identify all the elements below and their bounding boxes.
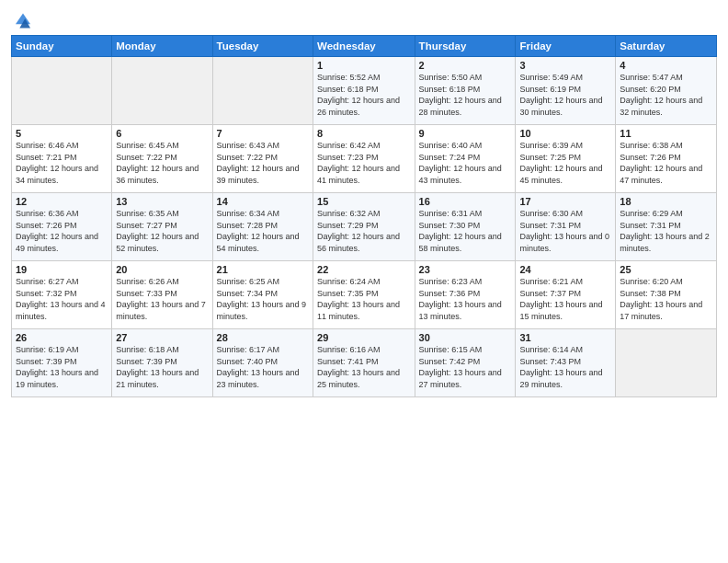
calendar-header-saturday: Saturday — [616, 36, 717, 57]
day-number: 29 — [317, 332, 411, 343]
day-info: Sunrise: 6:14 AM Sunset: 7:43 PM Dayligh… — [519, 344, 611, 390]
calendar-cell: 9Sunrise: 6:40 AM Sunset: 7:24 PM Daylig… — [415, 125, 516, 193]
day-number: 4 — [620, 60, 712, 71]
calendar-cell: 21Sunrise: 6:25 AM Sunset: 7:34 PM Dayli… — [212, 261, 313, 329]
day-number: 15 — [317, 196, 411, 207]
calendar-cell: 20Sunrise: 6:26 AM Sunset: 7:33 PM Dayli… — [112, 261, 212, 329]
day-info: Sunrise: 5:49 AM Sunset: 6:19 PM Dayligh… — [519, 72, 611, 118]
day-info: Sunrise: 6:35 AM Sunset: 7:27 PM Dayligh… — [116, 208, 208, 254]
day-number: 18 — [620, 196, 712, 207]
day-info: Sunrise: 6:43 AM Sunset: 7:22 PM Dayligh… — [217, 140, 309, 186]
day-number: 24 — [519, 264, 611, 275]
logo — [11, 9, 33, 29]
day-info: Sunrise: 6:24 AM Sunset: 7:35 PM Dayligh… — [317, 276, 411, 322]
day-number: 25 — [620, 264, 712, 275]
calendar-cell: 15Sunrise: 6:32 AM Sunset: 7:29 PM Dayli… — [313, 193, 415, 261]
calendar-week-0: 1Sunrise: 5:52 AM Sunset: 6:18 PM Daylig… — [12, 57, 717, 125]
day-number: 12 — [16, 196, 108, 207]
calendar-cell: 7Sunrise: 6:43 AM Sunset: 7:22 PM Daylig… — [212, 125, 313, 193]
calendar-cell: 5Sunrise: 6:46 AM Sunset: 7:21 PM Daylig… — [12, 125, 112, 193]
calendar-cell: 16Sunrise: 6:31 AM Sunset: 7:30 PM Dayli… — [415, 193, 516, 261]
calendar-cell: 12Sunrise: 6:36 AM Sunset: 7:26 PM Dayli… — [12, 193, 112, 261]
calendar-cell: 24Sunrise: 6:21 AM Sunset: 7:37 PM Dayli… — [516, 261, 616, 329]
day-info: Sunrise: 6:32 AM Sunset: 7:29 PM Dayligh… — [317, 208, 411, 254]
calendar-cell — [12, 57, 112, 125]
calendar-cell: 22Sunrise: 6:24 AM Sunset: 7:35 PM Dayli… — [313, 261, 415, 329]
day-info: Sunrise: 6:15 AM Sunset: 7:42 PM Dayligh… — [419, 344, 512, 390]
day-number: 3 — [519, 60, 611, 71]
day-info: Sunrise: 6:21 AM Sunset: 7:37 PM Dayligh… — [519, 276, 611, 322]
calendar-week-4: 26Sunrise: 6:19 AM Sunset: 7:39 PM Dayli… — [12, 329, 717, 397]
calendar-cell: 23Sunrise: 6:23 AM Sunset: 7:36 PM Dayli… — [415, 261, 516, 329]
day-info: Sunrise: 5:50 AM Sunset: 6:18 PM Dayligh… — [419, 72, 512, 118]
calendar-cell — [212, 57, 313, 125]
day-number: 13 — [116, 196, 208, 207]
day-number: 2 — [419, 60, 512, 71]
day-info: Sunrise: 6:42 AM Sunset: 7:23 PM Dayligh… — [317, 140, 411, 186]
calendar-cell: 13Sunrise: 6:35 AM Sunset: 7:27 PM Dayli… — [112, 193, 212, 261]
day-number: 14 — [217, 196, 309, 207]
calendar-header-sunday: Sunday — [12, 36, 112, 57]
calendar-cell: 29Sunrise: 6:16 AM Sunset: 7:41 PM Dayli… — [313, 329, 415, 397]
calendar-cell: 14Sunrise: 6:34 AM Sunset: 7:28 PM Dayli… — [212, 193, 313, 261]
day-number: 28 — [217, 332, 309, 343]
calendar-cell: 25Sunrise: 6:20 AM Sunset: 7:38 PM Dayli… — [616, 261, 717, 329]
calendar-cell: 19Sunrise: 6:27 AM Sunset: 7:32 PM Dayli… — [12, 261, 112, 329]
calendar-cell: 26Sunrise: 6:19 AM Sunset: 7:39 PM Dayli… — [12, 329, 112, 397]
day-info: Sunrise: 6:40 AM Sunset: 7:24 PM Dayligh… — [419, 140, 512, 186]
calendar-cell — [112, 57, 212, 125]
calendar-cell: 10Sunrise: 6:39 AM Sunset: 7:25 PM Dayli… — [516, 125, 616, 193]
day-number: 22 — [317, 264, 411, 275]
calendar-cell: 1Sunrise: 5:52 AM Sunset: 6:18 PM Daylig… — [313, 57, 415, 125]
calendar-week-2: 12Sunrise: 6:36 AM Sunset: 7:26 PM Dayli… — [12, 193, 717, 261]
calendar-cell: 4Sunrise: 5:47 AM Sunset: 6:20 PM Daylig… — [616, 57, 717, 125]
page-header — [11, 9, 717, 29]
day-info: Sunrise: 6:18 AM Sunset: 7:39 PM Dayligh… — [116, 344, 208, 390]
day-number: 8 — [317, 128, 411, 139]
day-info: Sunrise: 5:47 AM Sunset: 6:20 PM Dayligh… — [620, 72, 712, 118]
calendar-header-friday: Friday — [516, 36, 616, 57]
day-info: Sunrise: 6:17 AM Sunset: 7:40 PM Dayligh… — [217, 344, 309, 390]
day-number: 17 — [519, 196, 611, 207]
day-number: 30 — [419, 332, 512, 343]
day-info: Sunrise: 5:52 AM Sunset: 6:18 PM Dayligh… — [317, 72, 411, 118]
calendar-cell: 27Sunrise: 6:18 AM Sunset: 7:39 PM Dayli… — [112, 329, 212, 397]
day-number: 7 — [217, 128, 309, 139]
calendar-table: SundayMondayTuesdayWednesdayThursdayFrid… — [11, 35, 717, 397]
calendar-cell: 18Sunrise: 6:29 AM Sunset: 7:31 PM Dayli… — [616, 193, 717, 261]
day-number: 10 — [519, 128, 611, 139]
day-info: Sunrise: 6:20 AM Sunset: 7:38 PM Dayligh… — [620, 276, 712, 322]
day-info: Sunrise: 6:16 AM Sunset: 7:41 PM Dayligh… — [317, 344, 411, 390]
day-number: 23 — [419, 264, 512, 275]
day-number: 5 — [16, 128, 108, 139]
day-info: Sunrise: 6:23 AM Sunset: 7:36 PM Dayligh… — [419, 276, 512, 322]
calendar-week-3: 19Sunrise: 6:27 AM Sunset: 7:32 PM Dayli… — [12, 261, 717, 329]
calendar-cell — [616, 329, 717, 397]
calendar-header-row: SundayMondayTuesdayWednesdayThursdayFrid… — [12, 36, 717, 57]
calendar-header-thursday: Thursday — [415, 36, 516, 57]
day-number: 16 — [419, 196, 512, 207]
day-number: 31 — [519, 332, 611, 343]
day-info: Sunrise: 6:27 AM Sunset: 7:32 PM Dayligh… — [16, 276, 108, 322]
calendar-cell: 8Sunrise: 6:42 AM Sunset: 7:23 PM Daylig… — [313, 125, 415, 193]
calendar-header-monday: Monday — [112, 36, 212, 57]
calendar-cell: 2Sunrise: 5:50 AM Sunset: 6:18 PM Daylig… — [415, 57, 516, 125]
logo-icon — [13, 9, 33, 29]
calendar-cell: 11Sunrise: 6:38 AM Sunset: 7:26 PM Dayli… — [616, 125, 717, 193]
calendar-cell: 28Sunrise: 6:17 AM Sunset: 7:40 PM Dayli… — [212, 329, 313, 397]
day-info: Sunrise: 6:38 AM Sunset: 7:26 PM Dayligh… — [620, 140, 712, 186]
calendar-cell: 6Sunrise: 6:45 AM Sunset: 7:22 PM Daylig… — [112, 125, 212, 193]
day-info: Sunrise: 6:46 AM Sunset: 7:21 PM Dayligh… — [16, 140, 108, 186]
day-number: 1 — [317, 60, 411, 71]
day-number: 27 — [116, 332, 208, 343]
calendar-week-1: 5Sunrise: 6:46 AM Sunset: 7:21 PM Daylig… — [12, 125, 717, 193]
calendar-cell: 30Sunrise: 6:15 AM Sunset: 7:42 PM Dayli… — [415, 329, 516, 397]
day-info: Sunrise: 6:30 AM Sunset: 7:31 PM Dayligh… — [519, 208, 611, 254]
day-number: 20 — [116, 264, 208, 275]
day-number: 6 — [116, 128, 208, 139]
calendar-cell: 3Sunrise: 5:49 AM Sunset: 6:19 PM Daylig… — [516, 57, 616, 125]
day-info: Sunrise: 6:25 AM Sunset: 7:34 PM Dayligh… — [217, 276, 309, 322]
calendar-header-tuesday: Tuesday — [212, 36, 313, 57]
day-info: Sunrise: 6:19 AM Sunset: 7:39 PM Dayligh… — [16, 344, 108, 390]
calendar-cell: 31Sunrise: 6:14 AM Sunset: 7:43 PM Dayli… — [516, 329, 616, 397]
